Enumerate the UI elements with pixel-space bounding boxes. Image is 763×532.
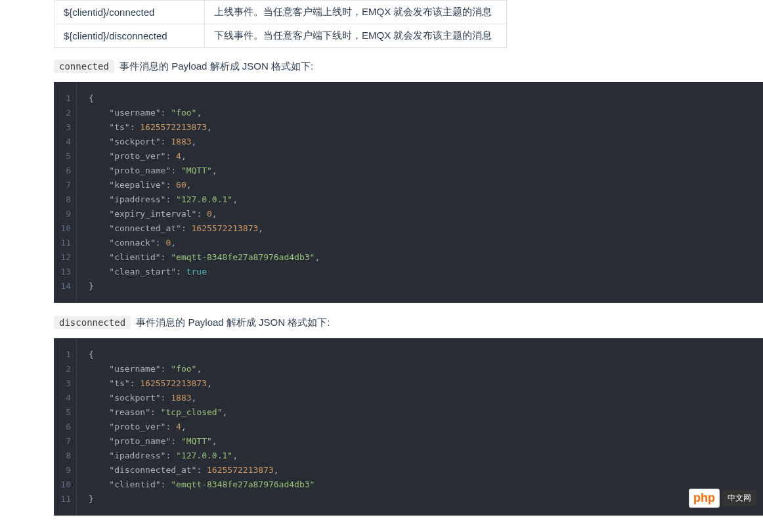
watermark-php: php xyxy=(689,489,720,508)
connected-desc-text: 事件消息的 Payload 解析成 JSON 格式如下: xyxy=(120,60,313,72)
connected-code-block: 1234567891011121314 { "username": "foo",… xyxy=(54,82,763,303)
code-body: { "username": "foo", "ts": 1625572213873… xyxy=(77,82,332,303)
disconnected-tag: disconnected xyxy=(54,316,131,329)
disconnected-code-block: 1234567891011 { "username": "foo", "ts":… xyxy=(54,338,763,516)
code-body: { "username": "foo", "ts": 1625572213873… xyxy=(77,338,326,516)
connected-desc: connected 事件消息的 Payload 解析成 JSON 格式如下: xyxy=(54,60,763,73)
watermark-cn: 中文网 xyxy=(722,490,756,506)
events-table: ${clientid}/connected上线事件。当任意客户端上线时，EMQX… xyxy=(54,0,507,48)
disconnected-desc-text: 事件消息的 Payload 解析成 JSON 格式如下: xyxy=(136,317,330,328)
line-gutter: 1234567891011121314 xyxy=(54,82,77,303)
table-row: ${clientid}/connected上线事件。当任意客户端上线时，EMQX… xyxy=(54,1,507,24)
table-cell-desc: 下线事件。当任意客户端下线时，EMQX 就会发布该主题的消息 xyxy=(205,24,507,48)
table-row: ${clientid}/disconnected下线事件。当任意客户端下线时，E… xyxy=(54,24,507,48)
table-cell-key: ${clientid}/disconnected xyxy=(54,24,205,48)
table-cell-desc: 上线事件。当任意客户端上线时，EMQX 就会发布该主题的消息 xyxy=(205,1,507,24)
watermark: php 中文网 xyxy=(689,489,756,508)
table-cell-key: ${clientid}/connected xyxy=(54,1,205,24)
connected-tag: connected xyxy=(54,60,114,73)
disconnected-desc: disconnected 事件消息的 Payload 解析成 JSON 格式如下… xyxy=(54,316,763,329)
line-gutter: 1234567891011 xyxy=(54,338,77,516)
